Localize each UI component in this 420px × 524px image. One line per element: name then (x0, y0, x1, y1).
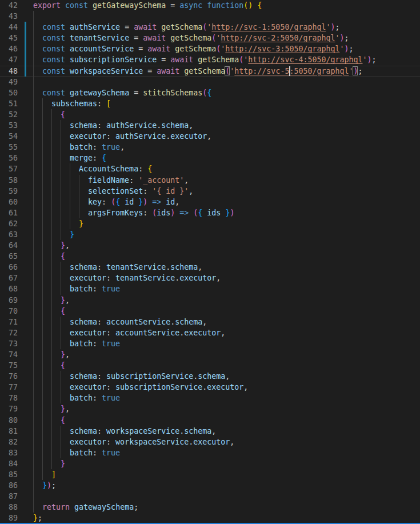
gutter-line-number[interactable]: 53 (0, 120, 18, 131)
gutter-line-number[interactable]: 84 (0, 458, 18, 469)
code-line[interactable]: 53 schema: authService.schema, (0, 120, 420, 131)
gutter-line-number[interactable]: 85 (0, 469, 18, 480)
code-line[interactable]: 43 (0, 11, 420, 22)
code-line[interactable]: 82 executor: workspaceService.executor, (0, 437, 420, 447)
code-line[interactable]: 75 { (0, 360, 420, 371)
gutter-line-number[interactable]: 45 (0, 33, 18, 43)
code-line[interactable]: 86 }); (0, 480, 420, 491)
code-line[interactable]: 72 executor: accountService.executor, (0, 327, 420, 338)
gutter-line-number[interactable]: 42 (0, 0, 18, 11)
gutter-line-number[interactable]: 75 (0, 360, 18, 371)
code-line-text[interactable]: const accountService = await getSchema('… (33, 43, 354, 54)
code-line-text[interactable]: batch: true (33, 393, 120, 403)
code-line[interactable]: 83 batch: true (0, 447, 420, 458)
code-line-text[interactable]: { (33, 109, 65, 120)
code-line[interactable]: 71 schema: accountService.schema, (0, 317, 420, 327)
code-line-text[interactable]: fieldName: '_account', (33, 175, 189, 186)
gutter-line-number[interactable]: 66 (0, 262, 18, 273)
gutter-line-number[interactable]: 68 (0, 283, 18, 294)
gutter-line-number[interactable]: 86 (0, 480, 18, 491)
code-line-text[interactable]: schema: authService.schema, (33, 120, 193, 131)
code-line-text[interactable]: executor: tenantService.executor, (33, 273, 221, 283)
gutter-line-number[interactable]: 83 (0, 447, 18, 458)
gutter-line-number[interactable]: 69 (0, 295, 18, 306)
code-line[interactable]: 65 { (0, 251, 420, 262)
code-line-text[interactable]: const gatewaySchema = stitchSchemas({ (33, 87, 211, 98)
code-line-text[interactable]: } (33, 458, 65, 469)
code-line[interactable]: 54 executor: authService.executor, (0, 131, 420, 142)
code-line-text[interactable]: batch: true (33, 338, 120, 349)
code-line[interactable]: 77 executor: subscriptionService.executo… (0, 382, 420, 393)
code-line-text[interactable]: const workspaceService = await getSchema… (33, 66, 363, 77)
code-line[interactable]: 69 }, (0, 295, 420, 306)
code-line-text[interactable]: ] (33, 469, 56, 480)
gutter-line-number[interactable]: 54 (0, 131, 18, 142)
code-line[interactable]: 78 batch: true (0, 393, 420, 403)
gutter-line-number[interactable]: 70 (0, 306, 18, 317)
code-line[interactable]: 45 const tenantService = await getSchema… (0, 33, 420, 43)
code-line-text[interactable]: { (33, 251, 65, 262)
code-line-text[interactable]: batch: true (33, 283, 120, 294)
code-line-text[interactable]: executor: workspaceService.executor, (33, 437, 234, 447)
code-line[interactable]: 48 const workspaceService = await getSch… (0, 66, 420, 77)
code-line[interactable]: 57 AccountSchema: { (0, 163, 420, 174)
code-line-text[interactable]: merge: { (33, 153, 106, 163)
gutter-line-number[interactable]: 77 (0, 382, 18, 393)
code-line[interactable]: 58 fieldName: '_account', (0, 175, 420, 186)
gutter-line-number[interactable]: 78 (0, 393, 18, 403)
code-line[interactable]: 85 ] (0, 469, 420, 480)
gutter-line-number[interactable]: 64 (0, 240, 18, 251)
gutter-line-number[interactable]: 46 (0, 43, 18, 54)
gutter-line-number[interactable]: 48 (0, 66, 18, 77)
gutter-line-number[interactable]: 60 (0, 197, 18, 207)
code-line-text[interactable]: } (33, 229, 74, 240)
code-line[interactable]: 59 selectionSet: '{ id }', (0, 186, 420, 197)
code-line-text[interactable]: schema: subscriptionService.schema, (33, 371, 230, 382)
gutter-line-number[interactable]: 79 (0, 403, 18, 414)
code-line-text[interactable]: batch: true, (33, 142, 125, 153)
code-line-text[interactable]: batch: true (33, 447, 120, 458)
code-line[interactable]: 89}; (0, 513, 420, 523)
gutter-line-number[interactable]: 65 (0, 251, 18, 262)
code-line-text[interactable]: { (33, 415, 65, 426)
code-line-text[interactable]: }); (33, 480, 56, 491)
code-line-text[interactable]: selectionSet: '{ id }', (33, 186, 193, 197)
code-line-text[interactable]: subschemas: [ (33, 98, 111, 109)
gutter-line-number[interactable]: 61 (0, 207, 18, 218)
gutter-line-number[interactable]: 56 (0, 153, 18, 163)
code-line[interactable]: 81 schema: workspaceService.schema, (0, 426, 420, 437)
gutter-line-number[interactable]: 51 (0, 98, 18, 109)
gutter-line-number[interactable]: 73 (0, 338, 18, 349)
code-line-text[interactable]: schema: tenantService.schema, (33, 262, 202, 273)
gutter-line-number[interactable]: 74 (0, 349, 18, 360)
gutter-line-number[interactable]: 57 (0, 163, 18, 174)
code-line[interactable]: 73 batch: true (0, 338, 420, 349)
gutter-line-number[interactable]: 89 (0, 513, 18, 523)
gutter-line-number[interactable]: 82 (0, 437, 18, 447)
code-line-text[interactable]: key: ({ id }) => id, (33, 197, 179, 207)
gutter-line-number[interactable]: 81 (0, 426, 18, 437)
code-line-text[interactable]: AccountSchema: { (33, 163, 152, 174)
code-line[interactable]: 70 { (0, 306, 420, 317)
code-line[interactable]: 64 }, (0, 240, 420, 251)
code-line-text[interactable]: schema: workspaceService.schema, (33, 426, 216, 437)
gutter-line-number[interactable]: 76 (0, 371, 18, 382)
gutter-line-number[interactable]: 88 (0, 502, 18, 513)
gutter-line-number[interactable]: 59 (0, 186, 18, 197)
code-line[interactable]: 62 } (0, 218, 420, 229)
gutter-line-number[interactable]: 47 (0, 54, 18, 65)
code-line-text[interactable]: export const getGatewaySchema = async fu… (33, 0, 262, 11)
code-line-text[interactable]: }, (33, 349, 70, 360)
code-line[interactable]: 76 schema: subscriptionService.schema, (0, 371, 420, 382)
code-line[interactable]: 47 const subscriptionService = await get… (0, 54, 420, 65)
code-line-text[interactable]: executor: accountService.executor, (33, 327, 225, 338)
code-line[interactable]: 63 } (0, 229, 420, 240)
code-line-text[interactable]: }, (33, 295, 70, 306)
code-line[interactable]: 66 schema: tenantService.schema, (0, 262, 420, 273)
code-line-text[interactable]: return gatewaySchema; (33, 502, 138, 513)
code-line-text[interactable]: { (33, 360, 65, 371)
code-line[interactable]: 55 batch: true, (0, 142, 420, 153)
code-line-text[interactable]: schema: accountService.schema, (33, 317, 207, 327)
code-line-text[interactable]: argsFromKeys: (ids) => ({ ids }) (33, 207, 234, 218)
gutter-line-number[interactable]: 43 (0, 11, 18, 22)
